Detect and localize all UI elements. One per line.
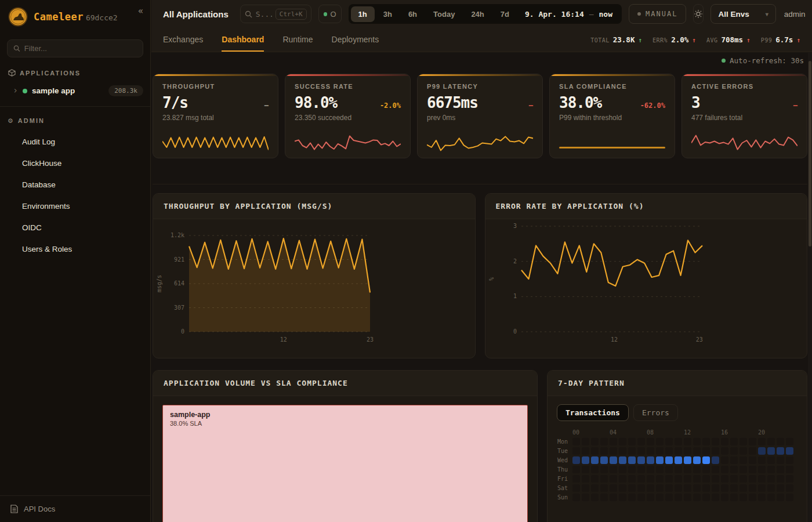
sidebar-item-clickhouse[interactable]: ClickHouse — [0, 154, 150, 172]
heatmap-cell[interactable] — [619, 484, 626, 492]
heatmap-cell[interactable] — [777, 438, 784, 445]
heatmap-cell[interactable] — [740, 494, 747, 501]
heatmap-cell[interactable] — [749, 475, 756, 483]
heatmap-cell[interactable] — [730, 494, 738, 501]
heatmap-cell[interactable] — [610, 466, 617, 473]
heatmap-cell[interactable] — [777, 494, 784, 501]
heatmap-cell[interactable] — [656, 494, 664, 501]
api-docs-link[interactable]: API Docs — [0, 495, 150, 522]
heatmap-cell[interactable] — [721, 456, 728, 464]
heatmap-cell[interactable] — [758, 494, 766, 501]
heatmap-cell[interactable] — [610, 475, 617, 483]
heatmap-cell[interactable] — [647, 447, 654, 455]
heatmap-cell[interactable] — [628, 475, 636, 483]
heatmap-cell[interactable] — [675, 484, 682, 492]
heatmap-cell[interactable] — [777, 484, 784, 492]
heatmap-cell[interactable] — [637, 438, 645, 445]
heatmap-cell[interactable] — [740, 475, 747, 483]
heatmap-cell[interactable] — [572, 438, 580, 445]
heatmap-cell[interactable] — [647, 466, 654, 473]
heatmap-cell[interactable] — [749, 494, 756, 501]
heatmap-cell[interactable] — [767, 438, 775, 445]
heatmap-cell[interactable] — [647, 438, 654, 445]
sidebar-item-audit-log[interactable]: Audit Log — [0, 133, 150, 151]
heatmap-cell[interactable] — [758, 438, 766, 445]
time-range-6h[interactable]: 6h — [401, 6, 425, 22]
time-range-today[interactable]: Today — [426, 6, 462, 22]
heatmap-cell[interactable] — [758, 447, 766, 455]
heatmap-cell[interactable] — [740, 447, 747, 455]
heatmap-cell[interactable] — [582, 466, 589, 473]
heatmap-cell[interactable] — [619, 466, 626, 473]
heatmap-cell[interactable] — [749, 447, 756, 455]
heatmap-cell[interactable] — [712, 438, 719, 445]
heatmap-cell[interactable] — [712, 494, 719, 501]
date-range-display[interactable]: 9. Apr. 16:14 – now — [518, 10, 619, 19]
heatmap-cell[interactable] — [786, 466, 793, 473]
heatmap-cell[interactable] — [684, 466, 691, 473]
heatmap-cell[interactable] — [684, 438, 691, 445]
heatmap-cell[interactable] — [637, 484, 645, 492]
heatmap-cell[interactable] — [693, 456, 701, 464]
heatmap-cell[interactable] — [619, 475, 626, 483]
heatmap-cell[interactable] — [665, 438, 673, 445]
heatmap-cell[interactable] — [758, 456, 766, 464]
heatmap-cell[interactable] — [767, 447, 775, 455]
heatmap-cell[interactable] — [582, 475, 589, 483]
heatmap-cell[interactable] — [702, 447, 710, 455]
heatmap-cell[interactable] — [610, 456, 617, 464]
heatmap-cell[interactable] — [600, 484, 608, 492]
heatmap-toggle-transactions[interactable]: Transactions — [557, 404, 629, 421]
heatmap-cell[interactable] — [591, 456, 599, 464]
heatmap-cell[interactable] — [656, 484, 664, 492]
tab-runtime[interactable]: Runtime — [282, 28, 313, 52]
heatmap-cell[interactable] — [665, 447, 673, 455]
heatmap-cell[interactable] — [786, 475, 793, 483]
heatmap-cell[interactable] — [628, 456, 636, 464]
heatmap-cell[interactable] — [740, 466, 747, 473]
heatmap-cell[interactable] — [758, 484, 766, 492]
heatmap-cell[interactable] — [712, 456, 719, 464]
time-range-3h[interactable]: 3h — [376, 6, 400, 22]
heatmap-cell[interactable] — [730, 438, 738, 445]
chevron-right-icon[interactable]: › — [13, 86, 18, 95]
heatmap-cell[interactable] — [582, 447, 589, 455]
heatmap-cell[interactable] — [572, 475, 580, 483]
sidebar-item-environments[interactable]: Environments — [0, 197, 150, 215]
global-search-input[interactable] — [256, 10, 272, 19]
heatmap-cell[interactable] — [721, 466, 728, 473]
heatmap-cell[interactable] — [730, 466, 738, 473]
sidebar-item-database[interactable]: Database — [0, 176, 150, 194]
heatmap-cell[interactable] — [610, 484, 617, 492]
heatmap-cell[interactable] — [702, 438, 710, 445]
heatmap-cell[interactable] — [582, 438, 589, 445]
heatmap-toggle-errors[interactable]: Errors — [633, 404, 678, 421]
heatmap-cell[interactable] — [619, 494, 626, 501]
filter-input-box[interactable] — [7, 39, 143, 57]
heatmap-cell[interactable] — [637, 456, 645, 464]
heatmap-cell[interactable] — [758, 475, 766, 483]
heatmap-cell[interactable] — [656, 456, 664, 464]
heatmap-cell[interactable] — [702, 466, 710, 473]
heatmap-cell[interactable] — [665, 466, 673, 473]
heatmap-cell[interactable] — [758, 466, 766, 473]
heatmap-cell[interactable] — [740, 456, 747, 464]
heatmap-cell[interactable] — [600, 466, 608, 473]
time-range-1h[interactable]: 1h — [351, 6, 375, 22]
heatmap-cell[interactable] — [572, 494, 580, 501]
heatmap-cell[interactable] — [777, 466, 784, 473]
heatmap-cell[interactable] — [721, 494, 728, 501]
heatmap-cell[interactable] — [610, 494, 617, 501]
time-range-24h[interactable]: 24h — [463, 6, 491, 22]
heatmap-cell[interactable] — [656, 466, 664, 473]
heatmap-cell[interactable] — [767, 475, 775, 483]
heatmap-cell[interactable] — [647, 456, 654, 464]
heatmap-cell[interactable] — [749, 484, 756, 492]
heatmap-cell[interactable] — [572, 447, 580, 455]
heatmap-cell[interactable] — [702, 456, 710, 464]
heatmap-cell[interactable] — [665, 494, 673, 501]
heatmap-cell[interactable] — [619, 447, 626, 455]
scrollbar-thumb[interactable] — [809, 61, 811, 246]
heatmap-cell[interactable] — [693, 466, 701, 473]
heatmap-cell[interactable] — [591, 475, 599, 483]
